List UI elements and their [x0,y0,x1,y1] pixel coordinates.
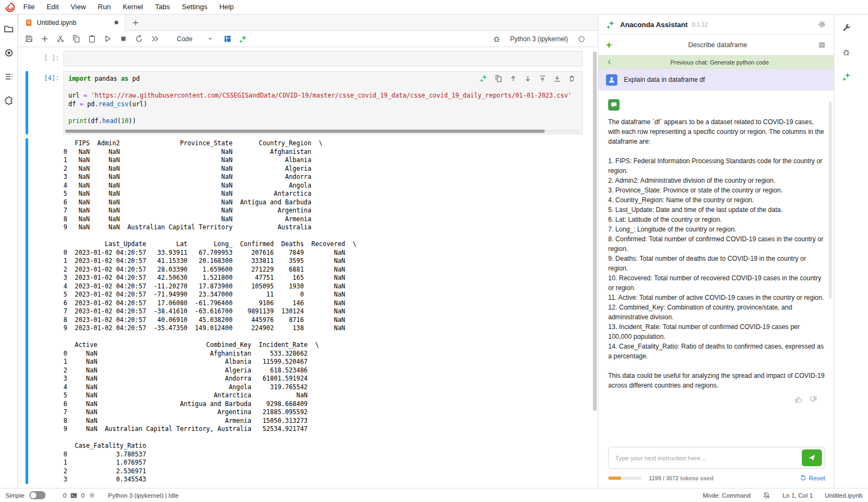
insert-cell-button[interactable] [40,35,49,43]
menu-item-tabs[interactable]: Tabs [149,0,176,14]
cut-cells-button[interactable] [56,35,65,43]
wrench-icon [842,23,851,33]
status-bar: Simple 0 0 Python 3 (ipykernel) | Idle M… [0,488,868,502]
user-message-text: Explain data in dataframe df [624,76,705,83]
assistant-scrollbar[interactable] [829,101,832,383]
token-progress-fill [608,477,621,480]
assistant-scrollbar-thumb[interactable] [829,101,832,299]
table-of-contents-tab[interactable] [3,71,14,82]
chat-title: Describe dataframe [618,41,818,49]
assistant-response-item: 4. Country_Region: Name of the country o… [608,195,825,205]
empty-cell-collapser[interactable] [25,51,28,67]
assistant-input-row [608,447,825,469]
menu-item-view[interactable]: View [65,0,92,14]
code-horizontal-scrollbar[interactable] [65,130,581,133]
previous-chat-bar[interactable]: Previous chat: Generate python code [598,55,834,69]
running-counts[interactable]: 0 0 [63,491,96,499]
reset-button[interactable]: Reset [800,474,825,481]
interrupt-kernel-button[interactable] [119,35,127,43]
kernel-status-icon[interactable] [577,35,586,43]
paste-cells-button[interactable] [87,35,96,43]
simple-mode-label[interactable]: Simple [5,492,24,499]
kernel-status-label[interactable]: Python 3 (ipykernel) | Idle [108,492,178,499]
code-editor[interactable]: import pandas as pd url = 'https://raw.g… [63,71,583,134]
toggle-knob [30,492,36,498]
assistant-sparkle-button[interactable] [239,35,247,43]
simple-mode-toggle[interactable] [29,491,46,499]
assistant-response-item: 11. Active: Total number of active COVID… [608,293,825,303]
user-message: Explain data in dataframe df [598,69,834,91]
response-feedback [608,395,825,404]
assistant-tab[interactable] [841,71,852,82]
assistant-avatar [608,99,620,111]
unsaved-indicator-icon[interactable] [114,21,118,24]
bug-icon [842,48,851,56]
notebook-vertical-scrollbar[interactable] [592,48,597,487]
token-progress-bar [608,477,642,480]
assistant-title: Anaconda Assistant [620,21,688,29]
run-cell-button[interactable] [103,35,112,43]
debugger-bug-icon[interactable] [492,35,501,43]
chat-menu-hamburger-icon[interactable] [818,41,826,49]
menu-item-run[interactable]: Run [92,0,117,14]
property-inspector-tab[interactable] [841,22,852,33]
debugger-tab[interactable] [841,47,852,57]
move-cell-down-button[interactable] [524,74,532,82]
assistant-sparkle-icon [606,20,615,29]
notebook-scroll-area[interactable]: [ ]: [4]: import pandas as pd url = 'htt… [18,47,598,488]
copy-cells-button[interactable] [72,35,80,43]
restart-kernel-button[interactable] [135,35,143,43]
left-sidebar [0,15,18,488]
running-sessions-tab[interactable] [3,47,14,58]
assistant-input[interactable] [609,455,802,461]
chevron-left-icon [606,59,613,66]
insert-cell-above-button[interactable] [538,74,546,82]
input-collapser[interactable] [25,71,28,134]
cell-ai-sparkle-button[interactable] [480,74,488,82]
empty-cell[interactable]: [ ]: [25,51,598,67]
mode-indicator: Mode: Command [703,492,750,499]
tab-bar: Untitled.ipynb [18,15,598,31]
cursor-position[interactable]: Ln 1, Col 1 [783,492,813,499]
duplicate-cell-button[interactable] [494,74,502,82]
assistant-response-item: 7. Long_: Longitude of the country or re… [608,224,825,234]
delete-cell-button[interactable] [567,74,576,82]
empty-cell-editor[interactable] [63,51,583,67]
restart-run-all-button[interactable] [150,35,159,43]
user-avatar [606,74,617,86]
code-horizontal-scrollbar-thumb[interactable] [65,130,545,133]
menu-item-settings[interactable]: Settings [176,0,213,14]
file-browser-tab[interactable] [3,23,14,34]
terminals-count: 0 [63,492,66,499]
menu-item-kernel[interactable]: Kernel [117,0,149,14]
cell-type-dropdown[interactable]: Code [173,33,216,45]
thumbs-up-icon[interactable] [794,395,803,404]
send-button[interactable] [802,449,822,466]
move-cell-up-button[interactable] [509,74,517,82]
assistant-version: 0.1.12 [692,21,708,28]
assistant-settings-gear-icon[interactable] [818,20,826,29]
menu-item-file[interactable]: File [17,0,41,14]
kernel-gear-icon [88,491,96,499]
kernel-name[interactable]: Python 3 (ipykernel) [510,35,568,43]
tab-untitled-ipynb[interactable]: Untitled.ipynb [18,15,125,31]
anaconda-logo-icon [3,1,16,13]
terminal-icon [70,491,78,499]
anaconda-assistant-panel: Anaconda Assistant 0.1.12 + Describe dat… [598,15,834,488]
insert-cell-below-button[interactable] [553,74,561,82]
assistant-response-item: 3. Province_State: Province or state of … [608,185,825,195]
code-cell-input[interactable]: [4]: import pandas as pd url = 'https://… [25,71,598,134]
notifications-bell-icon[interactable] [763,491,771,499]
assistant-response-item: 8. Confirmed: Total number of confirmed … [608,234,825,254]
menu-item-edit[interactable]: Edit [41,0,65,14]
thumbs-down-icon[interactable] [808,395,818,404]
menu-item-help[interactable]: Help [213,0,240,14]
data-grid-button[interactable] [223,35,232,43]
notebook-vertical-scrollbar-thumb[interactable] [593,52,597,411]
assistant-response-intro: The dataframe `df` appears to be a datas… [608,117,825,146]
save-button[interactable] [24,35,33,43]
new-tab-button[interactable] [125,19,146,27]
output-collapser[interactable] [25,138,28,484]
extensions-tab[interactable] [3,95,14,106]
new-chat-button[interactable]: + [606,40,618,50]
